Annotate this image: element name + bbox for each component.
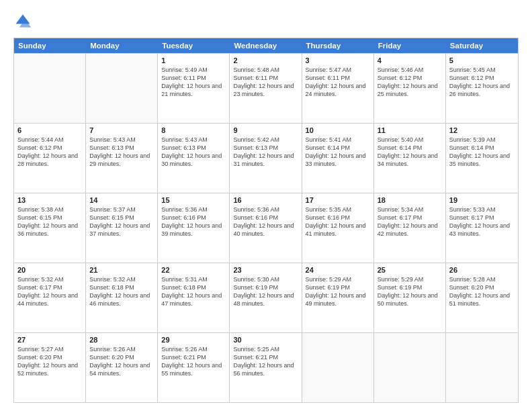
calendar-cell: 24Sunrise: 5:29 AM Sunset: 6:19 PM Dayli… [302,263,374,332]
day-number: 18 [378,196,442,204]
day-number: 7 [89,126,154,134]
calendar-row: 27Sunrise: 5:27 AM Sunset: 6:20 PM Dayli… [14,332,518,402]
day-info: Sunrise: 5:43 AM Sunset: 6:13 PM Dayligh… [161,136,226,169]
day-number: 25 [378,266,442,274]
day-info: Sunrise: 5:25 AM Sunset: 6:21 PM Dayligh… [233,345,298,378]
day-number: 14 [89,196,154,204]
calendar-cell [374,333,446,402]
day-number: 4 [378,56,442,64]
calendar-cell: 15Sunrise: 5:36 AM Sunset: 6:16 PM Dayli… [158,193,230,263]
calendar-cell: 7Sunrise: 5:43 AM Sunset: 6:13 PM Daylig… [86,124,158,193]
calendar-cell: 20Sunrise: 5:32 AM Sunset: 6:17 PM Dayli… [14,263,86,332]
day-info: Sunrise: 5:28 AM Sunset: 6:20 PM Dayligh… [449,275,515,308]
day-info: Sunrise: 5:44 AM Sunset: 6:12 PM Dayligh… [17,136,82,169]
day-info: Sunrise: 5:49 AM Sunset: 6:11 PM Dayligh… [161,66,226,99]
calendar-cell [86,54,158,123]
day-info: Sunrise: 5:38 AM Sunset: 6:15 PM Dayligh… [17,205,82,238]
day-number: 13 [17,196,82,204]
calendar-cell: 8Sunrise: 5:43 AM Sunset: 6:13 PM Daylig… [158,124,230,193]
day-info: Sunrise: 5:37 AM Sunset: 6:15 PM Dayligh… [89,205,154,238]
calendar-cell: 4Sunrise: 5:46 AM Sunset: 6:12 PM Daylig… [374,54,446,123]
day-info: Sunrise: 5:43 AM Sunset: 6:13 PM Dayligh… [89,136,154,169]
header-day: Wednesday [230,38,302,53]
day-info: Sunrise: 5:48 AM Sunset: 6:11 PM Dayligh… [233,66,298,99]
day-info: Sunrise: 5:34 AM Sunset: 6:17 PM Dayligh… [378,205,442,238]
day-number: 21 [89,266,154,274]
header [13,12,519,31]
calendar-cell: 30Sunrise: 5:25 AM Sunset: 6:21 PM Dayli… [230,333,302,402]
calendar-cell: 11Sunrise: 5:40 AM Sunset: 6:14 PM Dayli… [374,124,446,193]
calendar-cell: 22Sunrise: 5:31 AM Sunset: 6:18 PM Dayli… [158,263,230,332]
day-number: 29 [161,336,226,344]
calendar-cell: 18Sunrise: 5:34 AM Sunset: 6:17 PM Dayli… [374,193,446,263]
day-number: 5 [449,56,515,64]
calendar-cell: 14Sunrise: 5:37 AM Sunset: 6:15 PM Dayli… [86,193,158,263]
day-info: Sunrise: 5:26 AM Sunset: 6:20 PM Dayligh… [89,345,154,378]
header-day: Saturday [446,38,518,53]
day-number: 12 [449,126,515,134]
calendar: SundayMondayTuesdayWednesdayThursdayFrid… [13,38,519,403]
calendar-row: 13Sunrise: 5:38 AM Sunset: 6:15 PM Dayli… [14,193,518,263]
day-info: Sunrise: 5:36 AM Sunset: 6:16 PM Dayligh… [161,205,226,238]
day-info: Sunrise: 5:27 AM Sunset: 6:20 PM Dayligh… [17,345,82,378]
calendar-cell: 12Sunrise: 5:39 AM Sunset: 6:14 PM Dayli… [446,124,518,193]
day-info: Sunrise: 5:26 AM Sunset: 6:21 PM Dayligh… [161,345,226,378]
header-day: Sunday [14,38,86,53]
day-info: Sunrise: 5:39 AM Sunset: 6:14 PM Dayligh… [449,136,515,169]
calendar-cell: 9Sunrise: 5:42 AM Sunset: 6:13 PM Daylig… [230,124,302,193]
calendar-row: 20Sunrise: 5:32 AM Sunset: 6:17 PM Dayli… [14,263,518,332]
day-info: Sunrise: 5:29 AM Sunset: 6:19 PM Dayligh… [306,275,370,308]
calendar-cell: 17Sunrise: 5:35 AM Sunset: 6:16 PM Dayli… [302,193,374,263]
calendar-cell: 16Sunrise: 5:36 AM Sunset: 6:16 PM Dayli… [230,193,302,263]
logo-icon [13,12,32,31]
day-number: 11 [378,126,442,134]
calendar-row: 1Sunrise: 5:49 AM Sunset: 6:11 PM Daylig… [14,53,518,123]
day-number: 22 [161,266,226,274]
day-info: Sunrise: 5:30 AM Sunset: 6:19 PM Dayligh… [233,275,298,308]
day-number: 6 [17,126,82,134]
header-day: Friday [374,38,446,53]
day-number: 27 [17,336,82,344]
day-info: Sunrise: 5:45 AM Sunset: 6:12 PM Dayligh… [449,66,515,99]
calendar-cell: 23Sunrise: 5:30 AM Sunset: 6:19 PM Dayli… [230,263,302,332]
day-info: Sunrise: 5:47 AM Sunset: 6:11 PM Dayligh… [306,66,370,99]
day-info: Sunrise: 5:32 AM Sunset: 6:18 PM Dayligh… [89,275,154,308]
day-info: Sunrise: 5:35 AM Sunset: 6:16 PM Dayligh… [306,205,370,238]
calendar-cell: 13Sunrise: 5:38 AM Sunset: 6:15 PM Dayli… [14,193,86,263]
calendar-cell: 25Sunrise: 5:29 AM Sunset: 6:19 PM Dayli… [374,263,446,332]
day-number: 15 [161,196,226,204]
day-number: 23 [233,266,298,274]
day-number: 20 [17,266,82,274]
calendar-cell: 2Sunrise: 5:48 AM Sunset: 6:11 PM Daylig… [230,54,302,123]
day-number: 9 [233,126,298,134]
day-number: 19 [449,196,515,204]
header-day: Monday [86,38,158,53]
day-number: 28 [89,336,154,344]
calendar-cell [446,333,518,402]
day-number: 10 [306,126,370,134]
day-info: Sunrise: 5:42 AM Sunset: 6:13 PM Dayligh… [233,136,298,169]
calendar-cell: 5Sunrise: 5:45 AM Sunset: 6:12 PM Daylig… [446,54,518,123]
day-number: 3 [306,56,370,64]
calendar-cell: 6Sunrise: 5:44 AM Sunset: 6:12 PM Daylig… [14,124,86,193]
page: SundayMondayTuesdayWednesdayThursdayFrid… [0,0,532,411]
day-number: 26 [449,266,515,274]
calendar-header: SundayMondayTuesdayWednesdayThursdayFrid… [14,38,518,53]
calendar-cell: 10Sunrise: 5:41 AM Sunset: 6:14 PM Dayli… [302,124,374,193]
day-info: Sunrise: 5:41 AM Sunset: 6:14 PM Dayligh… [306,136,370,169]
header-day: Thursday [302,38,374,53]
calendar-cell: 29Sunrise: 5:26 AM Sunset: 6:21 PM Dayli… [158,333,230,402]
day-info: Sunrise: 5:36 AM Sunset: 6:16 PM Dayligh… [233,205,298,238]
logo [13,12,35,31]
day-number: 30 [233,336,298,344]
calendar-cell [14,54,86,123]
calendar-cell: 1Sunrise: 5:49 AM Sunset: 6:11 PM Daylig… [158,54,230,123]
calendar-body: 1Sunrise: 5:49 AM Sunset: 6:11 PM Daylig… [14,53,518,402]
day-info: Sunrise: 5:32 AM Sunset: 6:17 PM Dayligh… [17,275,82,308]
header-day: Tuesday [158,38,230,53]
calendar-cell: 3Sunrise: 5:47 AM Sunset: 6:11 PM Daylig… [302,54,374,123]
calendar-cell [302,333,374,402]
day-info: Sunrise: 5:40 AM Sunset: 6:14 PM Dayligh… [378,136,442,169]
day-info: Sunrise: 5:31 AM Sunset: 6:18 PM Dayligh… [161,275,226,308]
day-info: Sunrise: 5:33 AM Sunset: 6:17 PM Dayligh… [449,205,515,238]
